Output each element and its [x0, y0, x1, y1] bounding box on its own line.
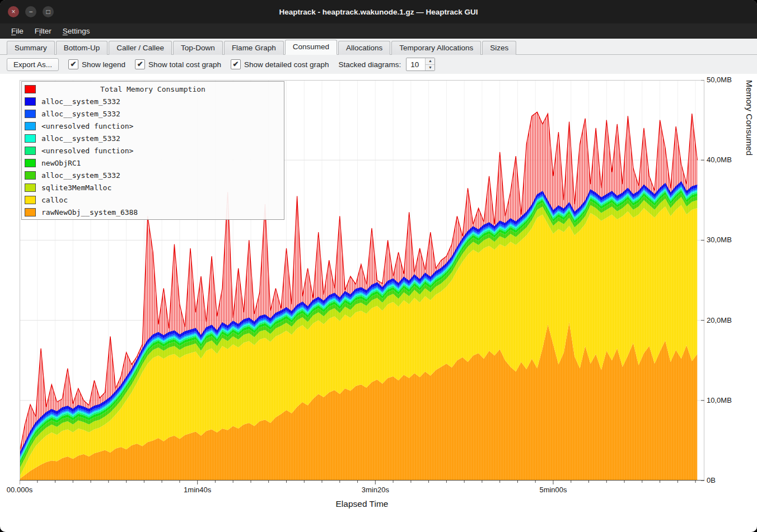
- y-tick-label: 0B: [707, 476, 716, 484]
- legend-swatch: [25, 183, 36, 192]
- legend-swatch: [25, 196, 36, 204]
- x-tick-label: 1min40s: [184, 486, 211, 494]
- toolbar: Export As... ✔ Show legend ✔ Show total …: [0, 55, 757, 74]
- chart-region: Total Memory Consumptionalloc__system_53…: [0, 74, 757, 532]
- window-controls: × − □: [8, 6, 54, 17]
- legend-item: newObjRC1: [22, 157, 284, 169]
- minimize-button[interactable]: −: [25, 6, 36, 17]
- spin-up-button[interactable]: ▲: [426, 58, 434, 65]
- legend-item: calloc: [22, 194, 284, 206]
- x-tick-label: 00.000s: [7, 486, 32, 494]
- tab-bottom-up[interactable]: Bottom-Up: [56, 41, 108, 55]
- x-tick-label: 5min00s: [539, 486, 567, 494]
- checkbox-label: Show total cost graph: [148, 60, 221, 69]
- tab-sizes[interactable]: Sizes: [482, 41, 516, 55]
- legend-title-row: Total Memory Consumption: [22, 83, 284, 95]
- legend-item: <unresolved function>: [22, 120, 284, 132]
- legend-label: rawNewObj__system_6388: [41, 208, 138, 216]
- y-tick-label: 10,0MB: [707, 396, 732, 404]
- tab-temporary-allocations[interactable]: Temporary Allocations: [391, 41, 481, 55]
- tab-flame-graph[interactable]: Flame Graph: [224, 41, 284, 55]
- menu-filter[interactable]: Filter: [29, 25, 57, 37]
- legend-item: alloc__system_5332: [22, 169, 284, 181]
- legend-item: alloc__system_5332: [22, 107, 284, 120]
- legend-swatch: [25, 110, 36, 118]
- legend-item: alloc__system_5332: [22, 132, 284, 144]
- legend-label: alloc__system_5332: [41, 134, 120, 143]
- legend-label: alloc__system_5332: [41, 110, 120, 118]
- window-title: Heaptrack - heaptrack.wakunode.1.gz — He…: [279, 8, 478, 16]
- legend-label: newObjRC1: [41, 159, 81, 167]
- tab-top-down[interactable]: Top-Down: [173, 41, 223, 55]
- menu-file[interactable]: File: [6, 25, 29, 37]
- y-tick-label: 40,0MB: [707, 156, 732, 164]
- menubar: File Filter Settings: [0, 23, 757, 39]
- menu-settings[interactable]: Settings: [57, 25, 96, 37]
- legend-swatch: [25, 159, 36, 167]
- legend-item: rawNewObj__system_6388: [22, 206, 284, 218]
- legend-swatch: [25, 147, 36, 155]
- stacked-diagrams-spinbox[interactable]: 10 ▲ ▼: [406, 58, 435, 71]
- stacked-diagrams-label: Stacked diagrams:: [339, 60, 401, 69]
- tab-caller-callee[interactable]: Caller / Callee: [109, 41, 172, 55]
- legend-label: <unresolved function>: [41, 122, 133, 130]
- checkbox-label: Show detailed cost graph: [244, 60, 329, 69]
- x-axis-tick-labels: 00.000s1min40s3min20s5min00s: [20, 486, 704, 496]
- checkbox-box[interactable]: ✔: [135, 59, 145, 69]
- legend-label: <unresolved function>: [41, 147, 133, 155]
- legend-label: Total Memory Consumption: [22, 85, 284, 93]
- tab-allocations[interactable]: Allocations: [338, 41, 390, 55]
- y-tick-label: 20,0MB: [707, 316, 732, 324]
- close-button[interactable]: ×: [8, 6, 19, 17]
- legend-swatch: [25, 134, 36, 143]
- legend-item: sqlite3MemMalloc: [22, 181, 284, 194]
- spinbox-value[interactable]: 10: [406, 58, 425, 70]
- app-window: × − □ Heaptrack - heaptrack.wakunode.1.g…: [0, 0, 757, 532]
- show-legend-checkbox[interactable]: ✔ Show legend: [68, 59, 125, 69]
- legend-swatch: [25, 122, 36, 130]
- show-total-cost-graph-checkbox[interactable]: ✔ Show total cost graph: [135, 59, 221, 69]
- spin-down-button[interactable]: ▼: [426, 65, 434, 71]
- checkbox-label: Show legend: [82, 60, 125, 69]
- y-axis-title: Memory Consumed: [744, 80, 754, 481]
- tabbar: Summary Bottom-Up Caller / Callee Top-Do…: [0, 39, 757, 55]
- y-tick-label: 30,0MB: [707, 236, 732, 244]
- checkbox-box[interactable]: ✔: [68, 59, 78, 69]
- legend-swatch: [25, 208, 36, 216]
- tab-consumed[interactable]: Consumed: [285, 40, 337, 55]
- tab-summary[interactable]: Summary: [7, 41, 55, 55]
- legend-label: sqlite3MemMalloc: [41, 183, 111, 192]
- maximize-button[interactable]: □: [43, 6, 54, 17]
- legend-swatch: [25, 97, 36, 106]
- x-axis-title: Elapsed Time: [20, 499, 704, 509]
- legend-swatch: [25, 171, 36, 180]
- legend-item: <unresolved function>: [22, 144, 284, 157]
- x-tick-label: 3min20s: [362, 486, 389, 494]
- checkbox-box[interactable]: ✔: [231, 59, 241, 69]
- legend-item: alloc__system_5332: [22, 95, 284, 107]
- export-as-button[interactable]: Export As...: [7, 58, 59, 71]
- y-axis-tick-labels: 0B10,0MB20,0MB30,0MB40,0MB50,0MB: [707, 80, 741, 481]
- titlebar: × − □ Heaptrack - heaptrack.wakunode.1.g…: [0, 0, 757, 23]
- chart-legend: Total Memory Consumptionalloc__system_53…: [21, 81, 284, 220]
- legend-label: alloc__system_5332: [41, 171, 120, 180]
- legend-label: alloc__system_5332: [41, 97, 120, 106]
- show-detailed-cost-graph-checkbox[interactable]: ✔ Show detailed cost graph: [231, 59, 329, 69]
- legend-label: calloc: [41, 196, 68, 204]
- y-tick-label: 50,0MB: [707, 76, 732, 84]
